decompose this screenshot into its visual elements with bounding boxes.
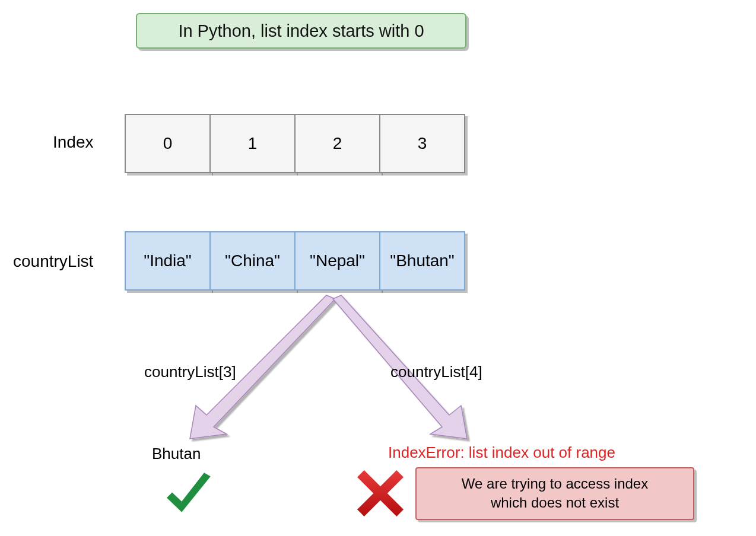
cross-icon <box>357 470 404 516</box>
error-message: IndexError: list index out of range <box>388 444 615 462</box>
list-cell-0: "India" <box>125 231 211 291</box>
right-expression: countryList[4] <box>390 363 482 381</box>
error-explanation-box: We are trying to access index which does… <box>415 467 694 520</box>
left-expression: countryList[3] <box>144 363 236 381</box>
checkmark-icon <box>161 468 215 522</box>
title-box: In Python, list index starts with 0 <box>136 13 466 49</box>
list-cell-3: "Bhutan" <box>379 231 465 291</box>
list-cell-2: "Nepal" <box>294 231 380 291</box>
list-row-label: countryList <box>13 252 93 271</box>
left-result: Bhutan <box>152 445 201 463</box>
index-row-label: Index <box>53 133 94 152</box>
index-cell-0: 0 <box>125 114 211 173</box>
index-cell-3: 3 <box>379 114 465 173</box>
list-row: "India" "China" "Nepal" "Bhutan" <box>125 231 465 291</box>
index-row: 0 1 2 3 <box>125 114 465 173</box>
list-cell-1: "China" <box>209 231 296 291</box>
index-cell-2: 2 <box>294 114 380 173</box>
error-box-line-1: We are trying to access index <box>427 474 682 493</box>
title-text: In Python, list index starts with 0 <box>178 21 424 41</box>
error-box-line-2: which does not exist <box>427 493 682 512</box>
index-cell-1: 1 <box>209 114 296 173</box>
